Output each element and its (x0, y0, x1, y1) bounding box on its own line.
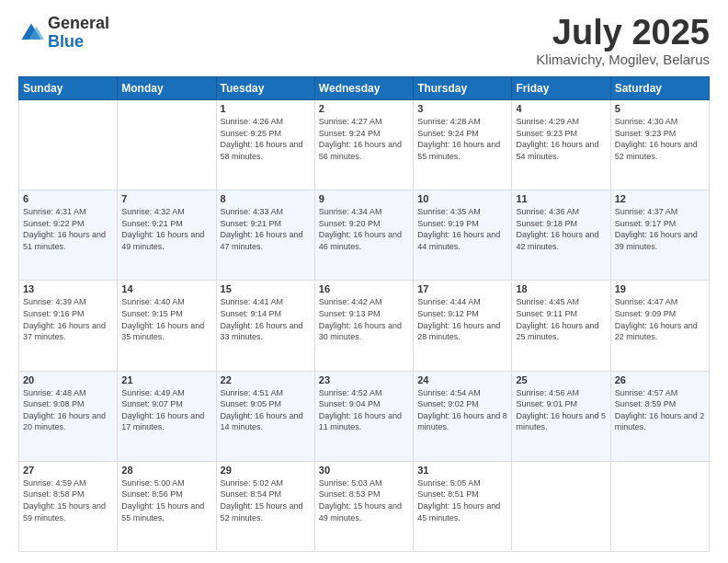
calendar-cell: 13Sunrise: 4:39 AMSunset: 9:16 PMDayligh… (19, 281, 118, 371)
col-tuesday: Tuesday (216, 77, 314, 100)
day-number: 10 (417, 193, 507, 204)
calendar-cell: 1Sunrise: 4:26 AMSunset: 9:25 PMDaylight… (216, 100, 314, 190)
title-location: Klimavichy, Mogilev, Belarus (536, 52, 710, 67)
calendar-cell: 16Sunrise: 4:42 AMSunset: 9:13 PMDayligh… (314, 281, 413, 371)
day-number: 29 (221, 465, 311, 476)
day-number: 12 (615, 193, 705, 204)
day-info: Sunrise: 4:49 AMSunset: 9:07 PMDaylight:… (121, 387, 211, 433)
calendar-cell: 3Sunrise: 4:28 AMSunset: 9:24 PMDaylight… (414, 100, 512, 190)
day-number: 21 (121, 374, 211, 385)
calendar-week-row: 1Sunrise: 4:26 AMSunset: 9:25 PMDaylight… (19, 100, 710, 190)
calendar-cell: 25Sunrise: 4:56 AMSunset: 9:01 PMDayligh… (512, 371, 610, 461)
day-number: 1 (221, 103, 311, 114)
day-info: Sunrise: 4:47 AMSunset: 9:09 PMDaylight:… (615, 296, 705, 342)
day-info: Sunrise: 4:35 AMSunset: 9:19 PMDaylight:… (417, 206, 507, 252)
col-sunday: Sunday (19, 77, 118, 100)
title-block: July 2025 Klimavichy, Mogilev, Belarus (536, 15, 710, 67)
day-number: 11 (516, 193, 606, 204)
day-info: Sunrise: 5:02 AMSunset: 8:54 PMDaylight:… (221, 477, 311, 523)
day-info: Sunrise: 4:29 AMSunset: 9:23 PMDaylight:… (516, 116, 606, 162)
day-info: Sunrise: 4:30 AMSunset: 9:23 PMDaylight:… (615, 116, 705, 162)
logo: General Blue (18, 15, 109, 52)
calendar-cell: 7Sunrise: 4:32 AMSunset: 9:21 PMDaylight… (118, 190, 216, 281)
page: General Blue July 2025 Klimavichy, Mogil… (0, 0, 728, 563)
calendar-cell: 21Sunrise: 4:49 AMSunset: 9:07 PMDayligh… (118, 371, 216, 461)
calendar-cell: 2Sunrise: 4:27 AMSunset: 9:24 PMDaylight… (314, 100, 413, 190)
calendar-week-row: 20Sunrise: 4:48 AMSunset: 9:08 PMDayligh… (19, 371, 710, 461)
day-number: 20 (23, 374, 113, 385)
col-wednesday: Wednesday (314, 77, 413, 100)
day-number: 8 (221, 193, 311, 204)
calendar-week-row: 13Sunrise: 4:39 AMSunset: 9:16 PMDayligh… (19, 281, 710, 371)
day-number: 5 (615, 103, 705, 114)
header: General Blue July 2025 Klimavichy, Mogil… (18, 15, 710, 67)
calendar-cell: 9Sunrise: 4:34 AMSunset: 9:20 PMDaylight… (314, 190, 413, 281)
day-info: Sunrise: 4:45 AMSunset: 9:11 PMDaylight:… (516, 296, 606, 342)
logo-text: General Blue (48, 15, 109, 52)
calendar-cell: 14Sunrise: 4:40 AMSunset: 9:15 PMDayligh… (118, 281, 216, 371)
logo-icon (18, 20, 44, 46)
day-number: 18 (516, 283, 606, 294)
calendar-cell (19, 100, 118, 190)
day-info: Sunrise: 4:31 AMSunset: 9:22 PMDaylight:… (23, 206, 113, 252)
calendar-cell: 29Sunrise: 5:02 AMSunset: 8:54 PMDayligh… (216, 461, 314, 551)
col-monday: Monday (118, 77, 216, 100)
calendar-cell: 27Sunrise: 4:59 AMSunset: 8:58 PMDayligh… (19, 461, 118, 551)
day-info: Sunrise: 4:36 AMSunset: 9:18 PMDaylight:… (516, 206, 606, 252)
title-month: July 2025 (536, 15, 710, 50)
day-number: 26 (615, 374, 705, 385)
calendar-cell (512, 461, 610, 551)
day-info: Sunrise: 4:54 AMSunset: 9:02 PMDaylight:… (417, 387, 507, 433)
calendar-week-row: 27Sunrise: 4:59 AMSunset: 8:58 PMDayligh… (19, 461, 710, 551)
day-number: 31 (417, 465, 507, 476)
day-info: Sunrise: 5:05 AMSunset: 8:51 PMDaylight:… (417, 477, 507, 523)
calendar-cell: 8Sunrise: 4:33 AMSunset: 9:21 PMDaylight… (216, 190, 314, 281)
day-info: Sunrise: 4:59 AMSunset: 8:58 PMDaylight:… (23, 477, 113, 523)
calendar-cell: 23Sunrise: 4:52 AMSunset: 9:04 PMDayligh… (314, 371, 413, 461)
calendar-cell: 4Sunrise: 4:29 AMSunset: 9:23 PMDaylight… (512, 100, 610, 190)
calendar-cell: 15Sunrise: 4:41 AMSunset: 9:14 PMDayligh… (216, 281, 314, 371)
logo-blue-text: Blue (48, 33, 109, 52)
calendar-week-row: 6Sunrise: 4:31 AMSunset: 9:22 PMDaylight… (19, 190, 710, 281)
day-number: 15 (221, 283, 311, 294)
calendar-cell: 22Sunrise: 4:51 AMSunset: 9:05 PMDayligh… (216, 371, 314, 461)
day-number: 22 (221, 374, 311, 385)
day-number: 9 (319, 193, 409, 204)
calendar-cell: 10Sunrise: 4:35 AMSunset: 9:19 PMDayligh… (414, 190, 512, 281)
day-number: 23 (319, 374, 409, 385)
day-number: 28 (121, 465, 211, 476)
day-number: 16 (319, 283, 409, 294)
calendar-cell: 30Sunrise: 5:03 AMSunset: 8:53 PMDayligh… (314, 461, 413, 551)
day-info: Sunrise: 4:39 AMSunset: 9:16 PMDaylight:… (23, 296, 113, 342)
calendar-cell (118, 100, 216, 190)
calendar-cell: 17Sunrise: 4:44 AMSunset: 9:12 PMDayligh… (414, 281, 512, 371)
day-info: Sunrise: 4:40 AMSunset: 9:15 PMDaylight:… (121, 296, 211, 342)
calendar-cell: 28Sunrise: 5:00 AMSunset: 8:56 PMDayligh… (118, 461, 216, 551)
day-info: Sunrise: 4:57 AMSunset: 8:59 PMDaylight:… (615, 387, 705, 433)
day-number: 13 (23, 283, 113, 294)
calendar-cell: 19Sunrise: 4:47 AMSunset: 9:09 PMDayligh… (610, 281, 709, 371)
day-number: 2 (319, 103, 409, 114)
day-info: Sunrise: 5:00 AMSunset: 8:56 PMDaylight:… (121, 477, 211, 523)
calendar-cell: 5Sunrise: 4:30 AMSunset: 9:23 PMDaylight… (610, 100, 709, 190)
calendar-cell: 12Sunrise: 4:37 AMSunset: 9:17 PMDayligh… (610, 190, 709, 281)
calendar-cell (610, 461, 709, 551)
logo-general-text: General (48, 15, 109, 33)
day-number: 17 (417, 283, 507, 294)
day-info: Sunrise: 4:26 AMSunset: 9:25 PMDaylight:… (221, 116, 311, 162)
day-number: 3 (417, 103, 507, 114)
day-info: Sunrise: 4:42 AMSunset: 9:13 PMDaylight:… (319, 296, 409, 342)
col-saturday: Saturday (610, 77, 709, 100)
day-info: Sunrise: 4:34 AMSunset: 9:20 PMDaylight:… (319, 206, 409, 252)
day-number: 19 (615, 283, 705, 294)
calendar-cell: 6Sunrise: 4:31 AMSunset: 9:22 PMDaylight… (19, 190, 118, 281)
col-thursday: Thursday (414, 77, 512, 100)
day-number: 7 (121, 193, 211, 204)
day-info: Sunrise: 4:56 AMSunset: 9:01 PMDaylight:… (516, 387, 606, 433)
day-info: Sunrise: 4:33 AMSunset: 9:21 PMDaylight:… (221, 206, 311, 252)
calendar-cell: 11Sunrise: 4:36 AMSunset: 9:18 PMDayligh… (512, 190, 610, 281)
calendar-cell: 18Sunrise: 4:45 AMSunset: 9:11 PMDayligh… (512, 281, 610, 371)
calendar-cell: 20Sunrise: 4:48 AMSunset: 9:08 PMDayligh… (19, 371, 118, 461)
day-info: Sunrise: 4:52 AMSunset: 9:04 PMDaylight:… (319, 387, 409, 433)
day-number: 6 (23, 193, 113, 204)
